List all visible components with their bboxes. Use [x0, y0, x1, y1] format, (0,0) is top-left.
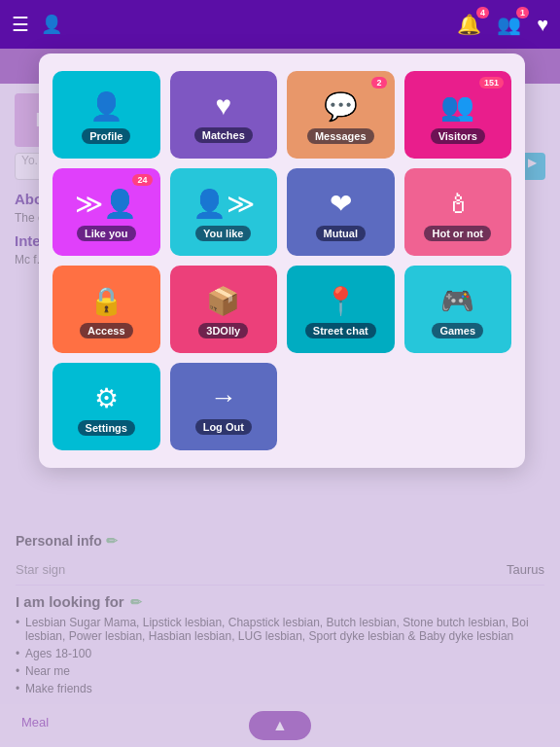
menu-grid: 👤 Profile ♥ Matches 2 💬 Messages 151 👥 V… — [52, 71, 511, 450]
visitors-label: Visitors — [431, 128, 485, 144]
you-like-icon: 👤≫ — [192, 188, 255, 220]
like-you-badge: 24 — [132, 174, 152, 186]
menu-item-3dolly[interactable]: 📦 3DOlly — [170, 266, 278, 353]
settings-label: Settings — [78, 420, 135, 436]
menu-item-logout[interactable]: → Log Out — [170, 363, 278, 450]
menu-item-street-chat[interactable]: 📍 Street chat — [287, 266, 395, 353]
logout-icon: → — [210, 382, 237, 413]
like-you-icon: ≫👤 — [75, 188, 137, 220]
visitors-icon: 👥 — [440, 90, 474, 123]
street-chat-label: Street chat — [305, 323, 376, 338]
menu-item-matches[interactable]: ♥ Matches — [170, 71, 278, 159]
profile-icon: 👤 — [89, 90, 123, 123]
profile-label: Profile — [82, 128, 130, 144]
messages-label: Messages — [307, 128, 374, 144]
menu-panel: 👤 Profile ♥ Matches 2 💬 Messages 151 👥 V… — [39, 53, 525, 468]
3dolly-icon: 📦 — [206, 285, 240, 317]
mutual-icon: ❤ — [330, 188, 352, 220]
matches-icon: ♥ — [215, 90, 231, 122]
notifications-badge: 4 — [476, 7, 489, 18]
street-chat-icon: 📍 — [324, 285, 358, 317]
notifications-button[interactable]: 🔔 4 — [457, 13, 481, 36]
menu-item-games[interactable]: 🎮 Games — [404, 266, 512, 353]
access-icon: 🔒 — [89, 285, 123, 317]
messages-badge: 2 — [371, 77, 386, 89]
hot-or-not-label: Hot or not — [424, 226, 491, 241]
hamburger-icon[interactable]: ☰ — [12, 13, 29, 36]
user-icon[interactable]: 👤 — [41, 14, 62, 35]
menu-item-access[interactable]: 🔒 Access — [52, 266, 160, 353]
you-like-label: You like — [195, 226, 251, 241]
menu-item-visitors[interactable]: 151 👥 Visitors — [404, 71, 512, 159]
matches-label: Matches — [194, 127, 253, 143]
menu-item-hot-or-not[interactable]: 🕯 Hot or not — [404, 168, 512, 256]
visitors-badge: 151 — [479, 77, 504, 89]
access-label: Access — [80, 323, 133, 338]
hot-or-not-icon: 🕯 — [444, 188, 472, 220]
friends-badge: 1 — [516, 7, 529, 18]
menu-item-you-like[interactable]: 👤≫ You like — [170, 168, 278, 256]
logout-label: Log Out — [195, 419, 252, 435]
like-you-label: Like you — [77, 226, 136, 241]
mutual-label: Mutual — [316, 226, 366, 241]
games-label: Games — [432, 323, 483, 338]
top-bar: ☰ 👤 🔔 4 👥 1 ♥ — [0, 0, 560, 49]
games-icon: 🎮 — [440, 285, 474, 317]
messages-icon: 💬 — [324, 90, 358, 123]
menu-item-mutual[interactable]: ❤ Mutual — [287, 168, 395, 256]
menu-item-profile[interactable]: 👤 Profile — [52, 71, 160, 159]
settings-icon: ⚙ — [94, 382, 119, 414]
friends-button[interactable]: 👥 1 — [497, 13, 521, 36]
3dolly-label: 3DOlly — [198, 323, 248, 338]
menu-item-like-you[interactable]: 24 ≫👤 Like you — [52, 168, 160, 256]
menu-item-messages[interactable]: 2 💬 Messages — [287, 71, 395, 159]
favorites-button[interactable]: ♥ — [537, 14, 548, 36]
menu-item-settings[interactable]: ⚙ Settings — [52, 363, 160, 450]
